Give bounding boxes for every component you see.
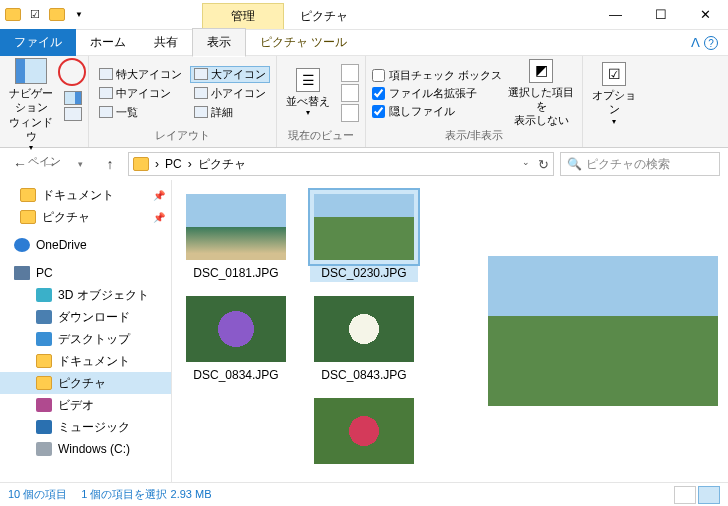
group-by-button[interactable] (341, 64, 359, 82)
group-label-show-hide: 表示/非表示 (372, 128, 576, 145)
titlebar: ☑ ▼ 管理 ピクチャ — ☐ ✕ (0, 0, 728, 30)
file-item[interactable]: DSC_0181.JPG (182, 190, 290, 282)
crumb-sep[interactable]: › (153, 157, 161, 171)
pin-icon: 📌 (153, 190, 165, 201)
content-area: ドキュメント📌 ピクチャ📌 OneDrive PC 3D オブジェクト ダウンロ… (0, 180, 728, 482)
new-folder-icon[interactable] (48, 6, 66, 24)
tree-item-3d-objects[interactable]: 3D オブジェクト (0, 284, 171, 306)
group-label-pane: ペイン (6, 154, 82, 171)
tab-view[interactable]: 表示 (192, 28, 246, 57)
tree-item-pictures[interactable]: ピクチャ (0, 372, 171, 394)
close-button[interactable]: ✕ (683, 1, 728, 29)
layout-extra-large[interactable]: 特大アイコン (95, 66, 186, 83)
view-large-icons-button[interactable] (698, 486, 720, 504)
tab-home[interactable]: ホーム (76, 29, 140, 56)
navigation-pane-icon (15, 58, 47, 84)
crumb-sep[interactable]: › (186, 157, 194, 171)
sort-icon: ☰ (296, 68, 320, 92)
layout-medium[interactable]: 中アイコン (95, 85, 186, 102)
layout-details[interactable]: 詳細 (190, 104, 270, 121)
window-title: ピクチャ (284, 4, 364, 29)
ribbon: ナビゲーション ウィンドウ ▾ ペイン 特大アイコン 大アイコン 中アイコン 小… (0, 56, 728, 148)
layout-small[interactable]: 小アイコン (190, 85, 270, 102)
folder-icon (4, 6, 22, 24)
address-bar[interactable]: › PC › ピクチャ ⌄ ↻ (128, 152, 554, 176)
group-options: ☑ オプション ▾ (583, 56, 645, 147)
thumbnail (314, 296, 414, 362)
refresh-icon[interactable]: ↻ (538, 157, 549, 172)
tree-item-windows-c[interactable]: Windows (C:) (0, 438, 171, 460)
group-current-view: ☰ 並べ替え ▾ 現在のビュー (277, 56, 366, 147)
search-icon: 🔍 (567, 157, 582, 171)
checkbox-filename-ext[interactable]: ファイル名拡張子 (372, 86, 502, 101)
selection-info: 1 個の項目を選択 2.93 MB (81, 487, 211, 502)
file-item[interactable]: DSC_0843.JPG (310, 292, 418, 384)
qat-dropdown-icon[interactable]: ▼ (70, 6, 88, 24)
folder-icon (133, 157, 149, 171)
group-label-current-view: 現在のビュー (283, 128, 359, 145)
thumbnail (314, 194, 414, 260)
hide-icon: ◩ (529, 59, 553, 83)
layout-list[interactable]: 一覧 (95, 104, 186, 121)
file-item[interactable] (310, 394, 418, 468)
dropdown-icon[interactable]: ⌄ (522, 157, 530, 172)
tree-item-downloads[interactable]: ダウンロード (0, 306, 171, 328)
tree-item-pictures-qa[interactable]: ピクチャ📌 (0, 206, 171, 228)
tab-picture-tools[interactable]: ピクチャ ツール (246, 29, 361, 56)
preview-image (488, 256, 718, 406)
fit-columns-button[interactable] (341, 104, 359, 122)
navigation-tree: ドキュメント📌 ピクチャ📌 OneDrive PC 3D オブジェクト ダウンロ… (0, 180, 172, 482)
address-row: ← → ▾ ↑ › PC › ピクチャ ⌄ ↻ 🔍 ピクチャの検索 (0, 148, 728, 180)
crumb-pc[interactable]: PC (163, 157, 184, 171)
file-grid[interactable]: DSC_0181.JPG DSC_0230.JPG DSC_0834.JPG D… (172, 180, 478, 482)
checkbox-item-checkboxes[interactable]: 項目チェック ボックス (372, 68, 502, 83)
view-details-button[interactable] (674, 486, 696, 504)
tab-file[interactable]: ファイル (0, 29, 76, 56)
layout-large[interactable]: 大アイコン (190, 66, 270, 83)
file-area: DSC_0181.JPG DSC_0230.JPG DSC_0834.JPG D… (172, 180, 728, 482)
tree-item-desktop[interactable]: デスクトップ (0, 328, 171, 350)
help-button[interactable]: ᐱ ? (681, 35, 728, 51)
tree-item-video[interactable]: ビデオ (0, 394, 171, 416)
tree-item-pc[interactable]: PC (0, 262, 171, 284)
tab-share[interactable]: 共有 (140, 29, 192, 56)
thumbnail (186, 194, 286, 260)
item-count: 10 個の項目 (8, 487, 67, 502)
checkbox-hidden-files[interactable]: 隠しファイル (372, 104, 502, 119)
tree-item-music[interactable]: ミュージック (0, 416, 171, 438)
thumbnail (186, 296, 286, 362)
columns-button[interactable] (341, 84, 359, 102)
group-pane: ナビゲーション ウィンドウ ▾ ペイン (0, 56, 89, 147)
tree-item-documents2[interactable]: ドキュメント (0, 350, 171, 372)
group-layout: 特大アイコン 大アイコン 中アイコン 小アイコン 一覧 詳細 レイアウト (89, 56, 277, 147)
thumbnail (314, 398, 414, 464)
pin-icon: 📌 (153, 212, 165, 223)
quick-access-toolbar: ☑ ▼ (0, 6, 92, 24)
maximize-button[interactable]: ☐ (638, 1, 683, 29)
sort-button[interactable]: ☰ 並べ替え ▾ (283, 68, 333, 119)
tree-item-documents[interactable]: ドキュメント📌 (0, 184, 171, 206)
statusbar: 10 個の項目 1 個の項目を選択 2.93 MB (0, 482, 728, 506)
crumb-pictures[interactable]: ピクチャ (196, 156, 248, 173)
group-label-layout: レイアウト (95, 128, 270, 145)
navigation-pane-button[interactable]: ナビゲーション ウィンドウ ▾ (6, 58, 56, 154)
properties-icon[interactable]: ☑ (26, 6, 44, 24)
options-icon: ☑ (602, 62, 626, 86)
up-button[interactable]: ↑ (98, 152, 122, 176)
options-button[interactable]: ☑ オプション ▾ (589, 62, 639, 127)
search-input[interactable]: 🔍 ピクチャの検索 (560, 152, 720, 176)
preview-pane-button[interactable] (64, 91, 82, 105)
group-show-hide: 項目チェック ボックス ファイル名拡張子 隠しファイル ◩ 選択した項目を 表示… (366, 56, 583, 147)
details-pane-button[interactable] (64, 107, 82, 121)
hide-selected-button[interactable]: ◩ 選択した項目を 表示しない (506, 59, 576, 128)
tree-item-onedrive[interactable]: OneDrive (0, 234, 171, 256)
context-tab-manage: 管理 (202, 3, 284, 29)
minimize-button[interactable]: — (593, 1, 638, 29)
file-item[interactable]: DSC_0834.JPG (182, 292, 290, 384)
ribbon-tabstrip: ファイル ホーム 共有 表示 ピクチャ ツール ᐱ ? (0, 30, 728, 56)
preview-pane (478, 180, 728, 482)
file-item[interactable]: DSC_0230.JPG (310, 190, 418, 282)
